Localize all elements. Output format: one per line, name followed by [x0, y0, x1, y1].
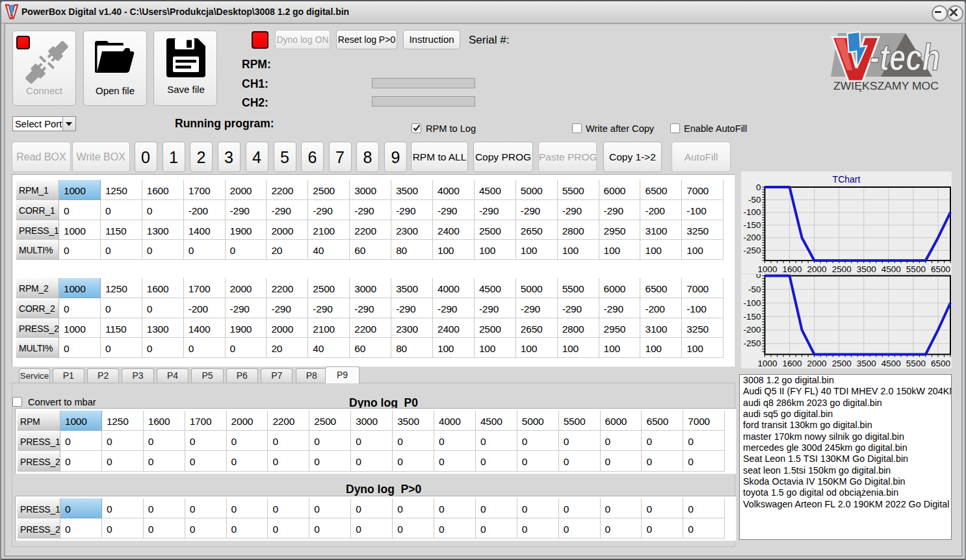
- svg-text:ZWIĘKSZAMY MOC: ZWIĘKSZAMY MOC: [833, 81, 939, 92]
- svg-text:-tech: -tech: [870, 36, 940, 78]
